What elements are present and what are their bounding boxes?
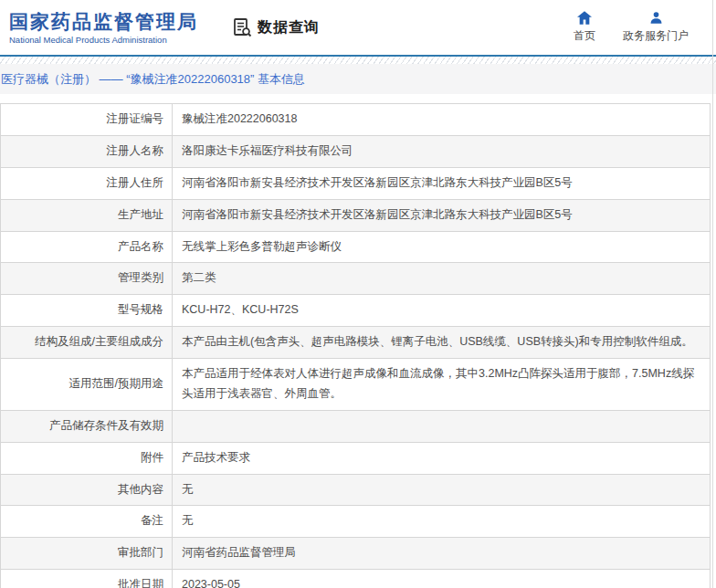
row-label: 结构及组成/主要组成成分 xyxy=(1,327,173,359)
table-row: 其他内容无 xyxy=(1,474,711,506)
row-value: 本产品由主机(包含声头、超声电路模块、锂离子电池、USB线缆、USB转接头)和专… xyxy=(173,327,711,359)
row-label: 附件 xyxy=(1,442,173,474)
user-icon xyxy=(649,11,663,25)
top-navigation: 首页 政务服务门户 xyxy=(574,11,689,44)
table-row: 注册人住所河南省洛阳市新安县经济技术开发区洛新园区京津北路东大科技产业园B区5号 xyxy=(1,167,711,199)
row-value: 洛阳康达卡乐福医疗科技有限公司 xyxy=(173,135,711,167)
row-value xyxy=(173,410,711,442)
table-row: 备注无 xyxy=(1,506,711,538)
row-value: 河南省洛阳市新安县经济技术开发区洛新园区京津北路东大科技产业园B区5号 xyxy=(173,199,711,231)
table-row: 结构及组成/主要组成成分本产品由主机(包含声头、超声电路模块、锂离子电池、USB… xyxy=(1,327,711,359)
row-label: 其他内容 xyxy=(1,474,173,506)
nav-gov-portal-label: 政务服务门户 xyxy=(623,28,689,44)
row-value: 2023-05-05 xyxy=(173,570,711,588)
table-row: 注册证编号豫械注准20222060318 xyxy=(1,104,711,136)
row-label: 管理类别 xyxy=(1,263,173,295)
nav-home-label: 首页 xyxy=(574,28,595,44)
site-header: 国家药品监督管理局 National Medical Products Admi… xyxy=(0,0,716,55)
page: 国家药品监督管理局 National Medical Products Admi… xyxy=(0,0,716,588)
breadcrumb: 医疗器械（注册） —— “豫械注准20222060318” 基本信息 xyxy=(0,71,305,88)
row-value: KCU-H72、KCU-H72S xyxy=(173,295,711,327)
table-row: 产品储存条件及有效期 xyxy=(1,410,711,442)
row-value: 无 xyxy=(173,506,711,538)
detail-table-wrap: 注册证编号豫械注准20222060318注册人名称洛阳康达卡乐福医疗科技有限公司… xyxy=(0,103,716,588)
row-label: 产品名称 xyxy=(1,231,173,263)
table-row: 型号规格KCU-H72、KCU-H72S xyxy=(1,295,711,327)
row-label: 备注 xyxy=(1,506,173,538)
row-label: 批准日期 xyxy=(1,570,173,588)
row-label: 型号规格 xyxy=(1,295,173,327)
logo-subtitle: National Medical Products Administration xyxy=(9,35,198,45)
row-label: 适用范围/预期用途 xyxy=(1,359,173,411)
home-icon xyxy=(577,11,592,25)
nav-gov-portal[interactable]: 政务服务门户 xyxy=(623,11,689,44)
info-table: 注册证编号豫械注准20222060318注册人名称洛阳康达卡乐福医疗科技有限公司… xyxy=(0,103,711,588)
nmpa-logo[interactable]: 国家药品监督管理局 National Medical Products Admi… xyxy=(9,10,198,45)
row-label: 生产地址 xyxy=(1,199,173,231)
row-value: 河南省药品监督管理局 xyxy=(173,538,711,570)
row-label: 注册人住所 xyxy=(1,167,173,199)
document-search-icon xyxy=(231,16,253,38)
row-value: 本产品适用于经体表对人体进行超声成像和血流成像，其中3.2MHz凸阵探头适用于腹… xyxy=(173,359,711,411)
row-value: 无线掌上彩色多普勒超声诊断仪 xyxy=(173,231,711,263)
table-row: 审批部门河南省药品监督管理局 xyxy=(1,538,711,570)
hatched-strip xyxy=(0,57,716,64)
row-value: 第二类 xyxy=(173,263,711,295)
row-value: 无 xyxy=(173,474,711,506)
table-row: 适用范围/预期用途本产品适用于经体表对人体进行超声成像和血流成像，其中3.2MH… xyxy=(1,359,711,411)
row-value: 产品技术要求 xyxy=(173,442,711,474)
table-row: 管理类别第二类 xyxy=(1,263,711,295)
row-value: 河南省洛阳市新安县经济技术开发区洛新园区京津北路东大科技产业园B区5号 xyxy=(173,167,711,199)
data-query-label: 数据查询 xyxy=(258,18,320,37)
nav-home[interactable]: 首页 xyxy=(574,11,595,44)
row-label: 注册证编号 xyxy=(1,104,173,136)
scrollbar-track-line xyxy=(712,0,713,588)
row-label: 产品储存条件及有效期 xyxy=(1,410,173,442)
breadcrumb-bar: 医疗器械（注册） —— “豫械注准20222060318” 基本信息 xyxy=(0,64,716,94)
info-table-body: 注册证编号豫械注准20222060318注册人名称洛阳康达卡乐福医疗科技有限公司… xyxy=(1,104,711,588)
row-label: 审批部门 xyxy=(1,538,173,570)
logo-title: 国家药品监督管理局 xyxy=(9,10,198,33)
data-query-section[interactable]: 数据查询 xyxy=(231,16,320,38)
table-row: 注册人名称洛阳康达卡乐福医疗科技有限公司 xyxy=(1,135,711,167)
row-value: 豫械注准20222060318 xyxy=(173,104,711,136)
table-row: 批准日期2023-05-05 xyxy=(1,570,711,588)
row-label: 注册人名称 xyxy=(1,135,173,167)
table-row: 生产地址河南省洛阳市新安县经济技术开发区洛新园区京津北路东大科技产业园B区5号 xyxy=(1,199,711,231)
table-row: 附件产品技术要求 xyxy=(1,442,711,474)
table-row: 产品名称无线掌上彩色多普勒超声诊断仪 xyxy=(1,231,711,263)
